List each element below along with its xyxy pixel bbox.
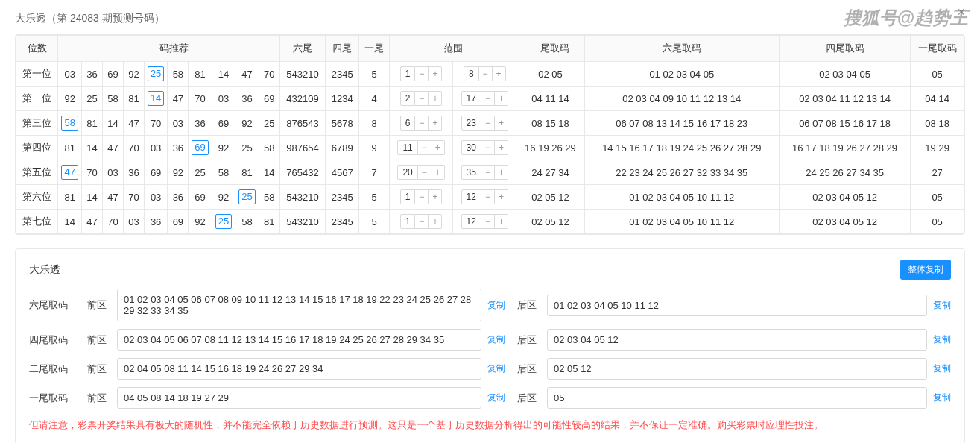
num-cell-highlight[interactable]: 47 <box>58 160 81 185</box>
num-cell[interactable]: 81 <box>259 210 279 234</box>
copy-front-link[interactable]: 复制 <box>487 392 505 404</box>
minus-icon[interactable]: − <box>481 91 495 106</box>
num-cell[interactable]: 92 <box>58 87 81 111</box>
num-cell[interactable]: 81 <box>81 111 102 136</box>
copy-back-link[interactable]: 复制 <box>933 362 951 375</box>
num-cell[interactable]: 47 <box>102 185 123 210</box>
num-cell[interactable]: 81 <box>58 136 81 160</box>
minus-icon[interactable]: − <box>415 91 429 106</box>
num-cell[interactable]: 47 <box>123 111 144 136</box>
num-cell[interactable]: 25 <box>235 136 259 160</box>
plus-icon[interactable]: + <box>495 140 508 155</box>
num-cell[interactable]: 03 <box>58 62 81 87</box>
copy-front-link[interactable]: 复制 <box>487 299 505 312</box>
minus-icon[interactable]: − <box>415 116 429 131</box>
num-cell[interactable]: 58 <box>235 210 259 234</box>
num-cell[interactable]: 47 <box>168 87 189 111</box>
copy-front-link[interactable]: 复制 <box>487 362 505 375</box>
plus-icon[interactable]: + <box>431 140 445 155</box>
plus-icon[interactable]: + <box>431 165 445 180</box>
num-cell[interactable]: 58 <box>259 185 279 210</box>
num-cell[interactable]: 81 <box>235 160 259 185</box>
num-cell[interactable]: 81 <box>123 87 144 111</box>
num-cell-highlight[interactable]: 69 <box>189 136 212 160</box>
plus-icon[interactable]: + <box>495 91 508 106</box>
minus-icon[interactable]: − <box>418 140 431 155</box>
num-cell[interactable]: 69 <box>144 160 167 185</box>
num-cell[interactable]: 03 <box>123 210 144 234</box>
num-cell[interactable]: 70 <box>123 136 144 160</box>
num-cell[interactable]: 70 <box>81 160 102 185</box>
num-cell[interactable]: 70 <box>123 185 144 210</box>
num-cell[interactable]: 36 <box>144 210 167 234</box>
num-cell[interactable]: 92 <box>168 160 189 185</box>
plus-icon[interactable]: + <box>429 116 442 131</box>
num-cell[interactable]: 92 <box>212 136 235 160</box>
back-input[interactable]: 01 02 03 04 05 10 11 12 <box>547 295 927 316</box>
num-cell[interactable]: 92 <box>123 62 144 87</box>
plus-icon[interactable]: + <box>495 189 508 204</box>
num-cell[interactable]: 70 <box>259 62 279 87</box>
num-cell[interactable]: 36 <box>168 185 189 210</box>
num-cell[interactable]: 14 <box>212 62 235 87</box>
copy-back-link[interactable]: 复制 <box>933 333 951 346</box>
num-cell[interactable]: 70 <box>144 111 167 136</box>
num-cell[interactable]: 69 <box>168 210 189 234</box>
minus-icon[interactable]: − <box>415 66 429 81</box>
num-cell[interactable]: 03 <box>102 160 123 185</box>
num-cell[interactable]: 14 <box>58 210 81 234</box>
plus-icon[interactable]: + <box>429 91 442 106</box>
num-cell[interactable]: 69 <box>189 185 212 210</box>
plus-icon[interactable]: + <box>429 189 442 204</box>
minus-icon[interactable]: − <box>415 189 429 204</box>
num-cell[interactable]: 92 <box>212 185 235 210</box>
num-cell-highlight[interactable]: 14 <box>144 87 167 111</box>
num-cell[interactable]: 47 <box>81 210 102 234</box>
num-cell[interactable]: 14 <box>259 160 279 185</box>
plus-icon[interactable]: + <box>495 214 508 229</box>
num-cell[interactable]: 58 <box>259 136 279 160</box>
front-input[interactable]: 04 05 08 14 18 19 27 29 <box>117 387 481 409</box>
front-input[interactable]: 02 04 05 08 11 14 15 16 18 19 24 26 27 2… <box>117 358 481 380</box>
num-cell[interactable]: 58 <box>102 87 123 111</box>
plus-icon[interactable]: + <box>429 214 442 229</box>
back-input[interactable]: 05 <box>547 387 927 409</box>
plus-icon[interactable]: + <box>495 116 508 131</box>
num-cell[interactable]: 70 <box>102 210 123 234</box>
num-cell[interactable]: 92 <box>235 111 259 136</box>
num-cell[interactable]: 58 <box>168 62 189 87</box>
num-cell[interactable]: 14 <box>81 185 102 210</box>
num-cell[interactable]: 36 <box>168 136 189 160</box>
close-icon[interactable]: × <box>957 4 965 20</box>
plus-icon[interactable]: + <box>493 66 506 81</box>
num-cell-highlight[interactable]: 25 <box>235 185 259 210</box>
num-cell-highlight[interactable]: 58 <box>58 111 81 136</box>
num-cell[interactable]: 92 <box>189 210 212 234</box>
back-input[interactable]: 02 03 04 05 12 <box>547 329 927 351</box>
copy-all-button[interactable]: 整体复制 <box>900 260 951 280</box>
num-cell[interactable]: 58 <box>212 160 235 185</box>
num-cell[interactable]: 03 <box>212 87 235 111</box>
plus-icon[interactable]: + <box>429 66 442 81</box>
num-cell[interactable]: 14 <box>102 111 123 136</box>
minus-icon[interactable]: − <box>481 214 495 229</box>
num-cell[interactable]: 70 <box>189 87 212 111</box>
num-cell[interactable]: 25 <box>189 160 212 185</box>
minus-icon[interactable]: − <box>415 214 429 229</box>
num-cell[interactable]: 25 <box>81 87 102 111</box>
minus-icon[interactable]: − <box>481 140 495 155</box>
minus-icon[interactable]: − <box>481 116 495 131</box>
minus-icon[interactable]: − <box>418 165 431 180</box>
num-cell[interactable]: 14 <box>81 136 102 160</box>
copy-front-link[interactable]: 复制 <box>487 333 505 346</box>
copy-back-link[interactable]: 复制 <box>933 392 951 404</box>
num-cell[interactable]: 36 <box>123 160 144 185</box>
plus-icon[interactable]: + <box>495 165 508 180</box>
num-cell[interactable]: 81 <box>189 62 212 87</box>
num-cell-highlight[interactable]: 25 <box>144 62 167 87</box>
num-cell[interactable]: 69 <box>259 87 279 111</box>
num-cell[interactable]: 36 <box>81 62 102 87</box>
num-cell[interactable]: 47 <box>102 136 123 160</box>
num-cell[interactable]: 81 <box>58 185 81 210</box>
num-cell[interactable]: 03 <box>168 111 189 136</box>
